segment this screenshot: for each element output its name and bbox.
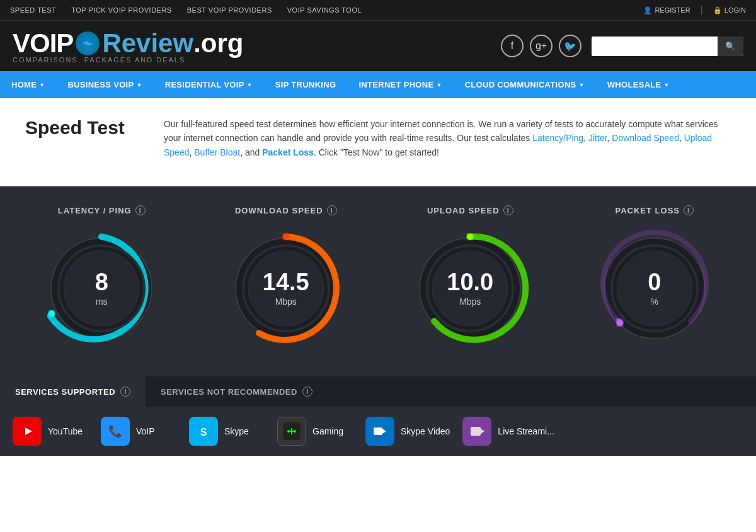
svg-text:📞: 📞 — [108, 424, 123, 438]
gauge-download-label: DOWNLOAD SPEED i — [235, 205, 337, 215]
nav-speed-test[interactable]: Speed Test — [10, 6, 56, 14]
service-voip[interactable]: 📞 VoIP — [101, 417, 176, 446]
svg-point-21 — [617, 320, 623, 326]
googleplus-icon[interactable]: g+ — [530, 35, 553, 57]
content-area: Speed Test Our full-featured speed test … — [0, 98, 756, 186]
gauge-latency-wrapper: 8 ms — [38, 225, 164, 351]
gauge-latency: LATENCY / PING i — [13, 205, 191, 351]
service-voip-label: VoIP — [136, 426, 155, 436]
gauge-upload: UPLOAD SPEED i 10.0 Mbps — [381, 205, 559, 351]
svg-text:S: S — [200, 427, 207, 438]
nav-business-arrow: ▼ — [136, 82, 142, 88]
gauge-upload-info[interactable]: i — [503, 205, 513, 215]
link-packet[interactable]: Packet Loss — [262, 147, 314, 157]
service-gaming[interactable]: Gaming — [277, 417, 353, 446]
tab-not-recommended-info[interactable]: i — [302, 387, 312, 397]
gauge-packetloss: PACKET LOSS i 0 % — [566, 205, 744, 351]
services-items: YouTube 📞 VoIP S Skype Gaming Skype Vide… — [0, 407, 756, 456]
nav-top-pick[interactable]: Top Pick VoIP Providers — [71, 6, 171, 14]
nav-internet-phone[interactable]: INTERNET PHONE ▼ — [347, 71, 453, 98]
nav-savings[interactable]: VoIP Savings Tool — [287, 6, 362, 14]
user-icon: 👤 — [643, 6, 652, 14]
login-link[interactable]: 🔒 Login — [713, 6, 746, 14]
nav-best-voip[interactable]: Best VoIP Providers — [187, 6, 272, 14]
svg-rect-34 — [374, 427, 382, 435]
page-description: Our full-featured speed test determines … — [164, 117, 731, 159]
main-nav: HOME ▼ BUSINESS VOIP ▼ RESIDENTIAL VOIP … — [0, 71, 756, 98]
nav-wholesale-arrow: ▼ — [664, 82, 670, 88]
youtube-icon — [13, 417, 42, 446]
gauge-download-unit: Mbps — [263, 297, 309, 307]
nav-residential-voip[interactable]: RESIDENTIAL VOIP ▼ — [154, 71, 264, 98]
link-buffer[interactable]: Buffer Bloat — [194, 147, 240, 157]
service-skype-label: Skype — [224, 426, 249, 436]
link-latency[interactable]: Latency/Ping — [532, 133, 583, 143]
services-tabs: SERVICES SUPPORTED i SERVICES NOT RECOMM… — [0, 376, 756, 407]
tab-services-not-recommended[interactable]: SERVICES NOT RECOMMENDED i — [146, 376, 328, 407]
gaming-icon — [277, 417, 306, 446]
gauge-upload-label: UPLOAD SPEED i — [427, 205, 513, 215]
gauge-latency-value: 8 — [95, 270, 108, 294]
service-skypevideo-label: Skype Video — [401, 426, 450, 436]
nav-business-voip[interactable]: BUSINESS VOIP ▼ — [56, 71, 153, 98]
gauge-packetloss-label: PACKET LOSS i — [616, 205, 694, 215]
gauge-latency-center: 8 ms — [95, 270, 108, 307]
service-youtube[interactable]: YouTube — [13, 417, 88, 446]
nav-wholesale[interactable]: WHOLESALE ▼ — [596, 71, 681, 98]
nav-cloud-communications[interactable]: CLOUD COMMUNICATIONS ▼ — [454, 71, 596, 98]
gauge-download-info[interactable]: i — [327, 205, 337, 215]
gauge-download-value: 14.5 — [263, 270, 309, 294]
skype-icon: S — [189, 417, 218, 446]
gauge-download-wrapper: 14.5 Mbps — [223, 225, 349, 351]
nav-sip-trunking[interactable]: SIP TRUNKING — [264, 71, 348, 98]
social-icons: f g+ 🐦 — [501, 35, 581, 57]
svg-point-16 — [467, 234, 473, 240]
header: VOIP Review .org COMPARISONS, PACKAGES A… — [0, 20, 756, 71]
services-section: SERVICES SUPPORTED i SERVICES NOT RECOMM… — [0, 376, 756, 456]
divider: | — [701, 4, 703, 16]
svg-point-6 — [49, 310, 55, 317]
gauge-packetloss-unit: % — [648, 297, 661, 307]
speedtest-section: LATENCY / PING i — [0, 186, 756, 376]
gauge-upload-center: 10.0 Mbps — [447, 270, 493, 307]
nav-residential-arrow: ▼ — [247, 82, 253, 88]
facebook-icon[interactable]: f — [501, 35, 524, 57]
service-skype[interactable]: S Skype — [189, 417, 265, 446]
gauges-row: LATENCY / PING i — [13, 205, 743, 351]
link-jitter[interactable]: Jitter — [588, 133, 607, 143]
service-skypevideo[interactable]: Skype Video — [365, 417, 450, 446]
logo-org: .org — [193, 28, 243, 59]
gauge-latency-unit: ms — [95, 297, 108, 307]
nav-home[interactable]: HOME ▼ — [0, 71, 56, 98]
service-youtube-label: YouTube — [48, 426, 83, 436]
logo-voip: VOIP — [13, 28, 73, 59]
gauge-packetloss-info[interactable]: i — [684, 205, 694, 215]
search-button[interactable]: 🔍 — [718, 37, 743, 56]
top-bar-right: 👤 Register | 🔒 Login — [643, 4, 746, 16]
gauge-upload-value: 10.0 — [447, 270, 493, 294]
link-download[interactable]: Download Speed — [612, 133, 679, 143]
nav-home-arrow: ▼ — [39, 82, 45, 88]
gauge-upload-wrapper: 10.0 Mbps — [407, 225, 533, 351]
gauge-upload-unit: Mbps — [447, 297, 493, 307]
header-right: f g+ 🐦 🔍 — [501, 35, 743, 57]
register-link[interactable]: 👤 Register — [643, 6, 690, 14]
search-bar[interactable]: 🔍 — [592, 37, 743, 56]
top-bar-links: Speed Test Top Pick VoIP Providers Best … — [10, 6, 362, 14]
svg-rect-37 — [471, 427, 481, 436]
nav-cloud-arrow: ▼ — [579, 82, 585, 88]
tab-services-supported[interactable]: SERVICES SUPPORTED i — [0, 376, 146, 407]
livestream-icon — [462, 417, 491, 446]
service-livestream[interactable]: Live Streami... — [462, 417, 554, 446]
svg-rect-32 — [288, 431, 295, 432]
tab-supported-info[interactable]: i — [120, 387, 130, 397]
gauge-packetloss-value: 0 — [648, 270, 661, 294]
gauge-download: DOWNLOAD SPEED i 14.5 Mbps — [197, 205, 375, 351]
gauge-download-center: 14.5 Mbps — [263, 270, 309, 307]
top-bar: Speed Test Top Pick VoIP Providers Best … — [0, 0, 756, 20]
logo[interactable]: VOIP Review .org COMPARISONS, PACKAGES A… — [13, 28, 243, 64]
search-input[interactable] — [592, 37, 718, 56]
voip-icon: 📞 — [101, 417, 130, 446]
twitter-icon[interactable]: 🐦 — [559, 35, 581, 57]
gauge-latency-info[interactable]: i — [135, 205, 146, 215]
